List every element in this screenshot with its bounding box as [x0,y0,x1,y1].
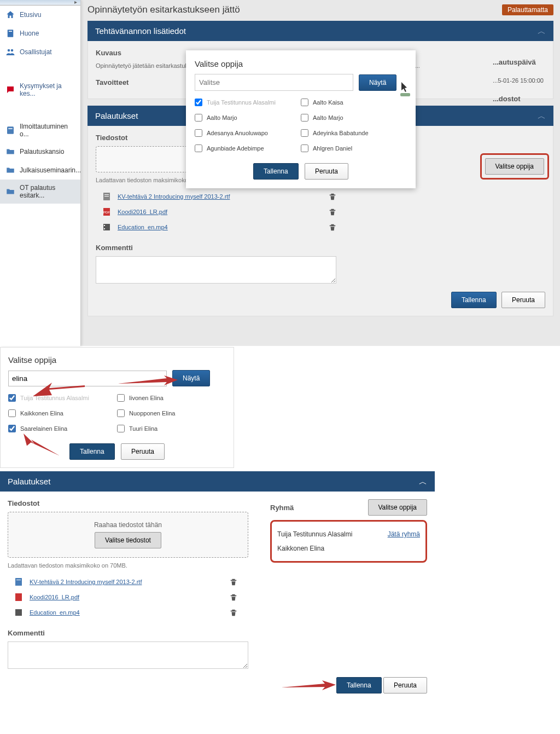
student-checkbox[interactable]: Tuija Testitunnus Alasalmi [195,99,301,106]
student-checkbox[interactable]: Nuopponen Elina [117,409,226,417]
panel-header-text: Palautukset [8,477,50,486]
trash-icon[interactable] [329,223,336,231]
valitse-oppija-button[interactable]: Valitse oppija [368,499,428,516]
student-checkbox[interactable]: Agunbiade Adebimpe [195,145,301,152]
sidebar-item-kysymykset[interactable]: Kysymykset ja kes... [0,78,80,102]
valitse-oppija-modal: Valitse oppija Näytä Tuija Testitunnus A… [186,50,416,188]
modal-peruuta-button[interactable]: Peruuta [305,163,348,180]
arrow-annotation [118,375,178,386]
sidebar-top-bar [0,0,80,5]
trash-icon[interactable] [329,193,336,200]
leave-group-link[interactable]: Jätä ryhmä [388,530,420,538]
file-link[interactable]: KV-tehtävä 2 Introducing myself 2013-2.r… [30,579,230,585]
date-info: ...autuspäivä ...5-01-26 15:00:00 ...dos… [493,58,544,103]
people-icon [5,47,15,57]
folder-icon [5,147,15,157]
section3-panel: Palautukset ︿ Tiedostot Raahaa tiedostot… [0,471,435,701]
ryhma-label: Ryhmä [270,504,294,512]
sidebar-item-etusivu[interactable]: Etusivu [0,5,80,24]
kommentti-textarea[interactable] [8,641,248,669]
sidebar-item-ot-palautus[interactable]: OT palautus esitark... [0,180,80,204]
student-checkbox[interactable]: Tuuri Elina [117,425,226,432]
dropzone[interactable]: Raahaa tiedostot tähän Valitse tiedostot [8,512,248,558]
tallenna-button[interactable]: Tallenna [451,292,497,308]
svg-rect-13 [104,228,105,229]
dropzone-text: Raahaa tiedostot tähän [17,521,239,529]
sidebar-item-huone[interactable]: Huone [0,24,80,43]
svg-rect-7 [104,194,109,195]
student-checkbox[interactable]: Adeyinka Babatunde [301,129,407,137]
modal-title: Valitse oppija [195,59,407,68]
file-link[interactable]: Education_en.mp4 [118,224,329,230]
student-checkbox[interactable]: Adesanya Anuoluwapo [195,129,301,137]
sidebar-label: Osallistujat [20,48,52,56]
student-checkbox[interactable]: Aalto Marjo [195,114,301,122]
group-member: Kaikkonen Elina [277,545,324,552]
valitse-tiedostot-button[interactable]: Valitse tiedostot [95,532,161,548]
file-link[interactable]: KV-tehtävä 2 Introducing myself 2013-2.r… [118,193,329,200]
panel-header-text: Tehtävänannon lisätiedot [95,26,186,36]
file-link[interactable]: Koodi2016_LR.pdf [30,594,230,600]
folder-icon [5,187,15,196]
maxsize-text: Ladattavan tiedoston maksimikoko on 70MB… [8,562,248,569]
trash-icon[interactable] [230,593,237,601]
video-icon [102,223,111,232]
folder-icon [5,165,15,175]
file-row: Koodi2016_LR.pdf [8,589,248,605]
svg-rect-1 [9,31,12,32]
valitse-oppija-highlight: Valitse oppija [480,153,550,180]
student-checkbox[interactable]: Saarelainen Elina [8,425,117,432]
file-link[interactable]: Koodi2016_LR.pdf [118,209,329,215]
svg-rect-16 [16,580,21,580]
panel-header-text: Palautukset [95,111,138,120]
trash-icon[interactable] [230,609,237,616]
sidebar-item-palautuskansio[interactable]: Palautuskansio [0,142,80,161]
panel-header[interactable]: Palautukset ︿ [0,471,435,492]
file-link[interactable]: Education_en.mp4 [30,609,230,616]
form-icon [5,125,15,135]
svg-rect-4 [7,126,14,134]
student-checkbox[interactable]: Aalto Kaisa [301,99,407,106]
sidebar-item-ilmoittautuminen[interactable]: Ilmoittautuminen o... [0,118,80,142]
peruuta-button[interactable]: Peruuta [121,443,165,460]
peruuta-button[interactable]: Peruuta [501,292,545,308]
peruuta-button[interactable]: Peruuta [383,677,427,693]
kommentti-textarea[interactable] [96,256,336,284]
palautuspäivä-value: ...5-01-26 15:00:00 [493,77,544,84]
tallenna-button[interactable]: Tallenna [69,443,115,460]
arrow-annotation [30,380,85,396]
file-row: PDF Koodi2016_LR.pdf [96,204,347,219]
student-checkbox[interactable]: Ahlgren Daniel [301,145,407,152]
tiedostot-label: Tiedostot [8,499,248,507]
chevron-up-icon: ︿ [538,111,546,122]
sidebar-item-julkaisuseminaari[interactable]: Julkaisuseminaarin... [0,161,80,180]
student-checkbox[interactable]: Iivonen Elina [117,394,226,402]
arrow-annotation [24,434,67,455]
sidebar-label: Huone [20,30,39,37]
modal-tallenna-button[interactable]: Tallenna [253,163,299,180]
status-badge: Palauttamatta [502,4,553,15]
arrow-annotation [281,679,336,692]
sidebar-label: Palautuskansio [20,148,64,155]
sidebar-label: Julkaisuseminaarin... [20,166,81,174]
svg-rect-12 [104,225,105,226]
student-checkbox[interactable]: Aalto Marjo [301,114,407,122]
group-member: Tuija Testitunnus Alasalmi [277,530,352,538]
file-row: Education_en.mp4 [8,605,248,620]
sidebar-label: Etusivu [20,11,41,19]
svg-rect-15 [15,578,22,586]
tallenna-button[interactable]: Tallenna [336,677,382,693]
student-checkbox[interactable]: Kaikkonen Elina [8,409,117,417]
trash-icon[interactable] [230,578,237,586]
panel-lisatiedot-header[interactable]: Tehtävänannon lisätiedot ︿ [88,21,553,41]
sidebar-label: Kysymykset ja kes... [20,82,75,97]
sidebar-item-osallistujat[interactable]: Osallistujat [0,43,80,61]
sidebar-label: Ilmoittautuminen o... [20,123,75,138]
nayta-button[interactable]: Näytä [172,370,210,386]
modal-search-input[interactable] [195,74,353,91]
valitse-oppija-button[interactable]: Valitse oppija [485,158,545,175]
trash-icon[interactable] [329,208,336,216]
doc-icon [14,577,23,586]
svg-rect-17 [15,593,22,601]
nayta-button[interactable]: Näytä [359,74,396,91]
